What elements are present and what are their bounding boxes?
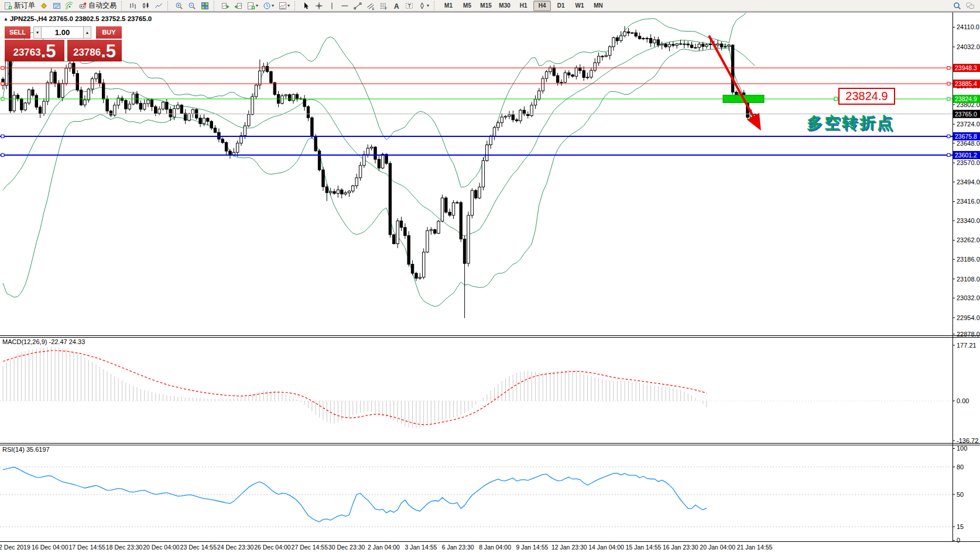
timeframe-m30-button[interactable]: M30 [496,1,513,11]
signals-icon [66,2,74,10]
toolbar-zoom-in-button[interactable] [173,1,185,11]
toolbar-quotes-button[interactable] [38,1,50,11]
timeframe-w1-button[interactable]: W1 [571,1,588,11]
svg-text:6 Jan 23:30: 6 Jan 23:30 [442,544,474,551]
chart-shift-icon [221,2,229,10]
line-icon [155,2,163,10]
svg-text:23724.0: 23724.0 [957,121,980,128]
svg-text:3 Jan 14:55: 3 Jan 14:55 [405,544,437,551]
toolbar-channel-button[interactable]: E [365,1,376,11]
buy-button[interactable]: BUY [96,26,122,39]
svg-text:23885.4: 23885.4 [955,80,977,87]
search-icon [953,2,961,10]
text-icon: A [392,2,400,10]
buy-price-fraction: .5 [101,42,116,60]
svg-text:-136.72: -136.72 [957,437,978,444]
toolbar-chart-shift-button[interactable] [220,1,231,11]
timeframe-mn-button[interactable]: MN [590,1,607,11]
svg-text:0.00: 0.00 [957,397,969,404]
toolbar-tile-windows-button[interactable] [199,1,211,11]
svg-text:22878.0: 22878.0 [957,331,980,338]
sell-price-main: 23763 [13,45,40,60]
volume-decrease-button[interactable]: ▼ [33,26,42,39]
toolbar-market-watch-button[interactable] [51,1,63,11]
toolbar-vline-button[interactable] [326,1,338,11]
toolbar-template-button[interactable]: ▾ [277,1,292,11]
toolbar-chart-autoscroll-button[interactable] [232,1,244,11]
volume-increase-button[interactable]: ▲ [83,26,91,39]
toolbar-new-order-label: 新订单 [14,1,35,11]
toolbar-cursor-button[interactable] [300,1,312,11]
timeframe-d1-button[interactable]: D1 [552,1,570,11]
svg-text:23 Dec 14:55: 23 Dec 14:55 [180,544,217,551]
toolbar-shapes-button[interactable]: ▾ [416,1,431,11]
sell-price-fraction: .5 [41,42,56,60]
toolbar-text-button[interactable]: A [390,1,402,11]
macd-panel [0,347,952,428]
svg-text:17 Dec 14:55: 17 Dec 14:55 [68,544,105,551]
timeframe-h1-button[interactable]: H1 [515,1,532,11]
toolbar-search-button[interactable] [951,1,963,11]
toolbar-fibonacci-button[interactable]: F [378,1,389,11]
buy-price-main: 23786 [73,45,101,60]
svg-text:26 Dec 04:00: 26 Dec 04:00 [254,544,291,551]
time-axis[interactable]: 12 Dec 201916 Dec 04:0017 Dec 14:5518 De… [0,544,773,551]
new-order-icon [4,2,12,10]
bars-icon [129,2,137,10]
toolbar-zoom-out-button[interactable] [186,1,198,11]
svg-text:24 Dec 23:30: 24 Dec 23:30 [217,544,254,551]
auto-trading-icon [78,2,87,10]
chevron-down-icon: ▾ [272,3,274,8]
vline-icon [328,2,336,10]
quotes-icon [40,2,48,10]
channel-icon: E [366,2,375,10]
toolbar-auto-trading-button[interactable]: 自动交易 [77,1,118,11]
toolbar-trendline-button[interactable] [352,1,364,11]
timeframe-m1-button[interactable]: M1 [440,1,457,11]
svg-text:12 Jan 23:30: 12 Jan 23:30 [551,544,587,551]
toolbar-profiles-button[interactable]: ▾ [261,1,276,11]
macd-indicator-label: MACD(12,26,9) -22.47 24.33 [2,338,85,345]
toolbar-bars-button[interactable] [127,1,139,11]
chart-collapse-icon[interactable]: ▲ [4,16,8,22]
svg-text:23262.0: 23262.0 [957,236,980,243]
svg-text:14 Jan 04:00: 14 Jan 04:00 [588,544,624,551]
mt4-trading-app: 新订单自动交易▾▾▾EFAT▾M1M5M15M30H1H4D1W1MN 2411… [0,0,980,553]
sell-button[interactable]: SELL [5,26,30,39]
svg-text:E: E [372,6,375,10]
toolbar-separator [294,1,297,11]
toolbar-new-chart-button[interactable]: ▾ [245,1,260,11]
toolbar-chat-button[interactable] [964,1,976,11]
shapes-icon [418,2,426,10]
toolbar-candles-button[interactable] [140,1,152,11]
timeframe-m5-button[interactable]: M5 [458,1,476,11]
toolbar-text-label-button[interactable]: T [403,1,415,11]
price-callout-label[interactable]: 23824.9 [838,88,895,105]
sell-price-display[interactable]: 23763.5 [5,40,64,61]
fibonacci-icon: F [379,2,388,10]
toolbar-new-order-button[interactable]: 新订单 [2,1,37,11]
panel-borders [0,12,980,542]
candlestick-series [2,26,756,318]
svg-text:0: 0 [957,537,960,544]
toolbar-separator [214,1,217,11]
chevron-down-icon: ▾ [256,3,258,8]
timeframe-m15-button[interactable]: M15 [477,1,495,11]
toolbar-line-button[interactable] [153,1,165,11]
svg-text:23601.2: 23601.2 [955,152,977,159]
svg-text:23765.0: 23765.0 [955,111,977,118]
svg-text:20 Dec 04:00: 20 Dec 04:00 [143,544,180,551]
one-click-trade-panel: SELL ▼ 1.00 ▲ BUY 23763.5 23786.5 [5,26,122,61]
toolbar-signals-button[interactable] [64,1,76,11]
svg-text:23570.0: 23570.0 [957,159,980,166]
volume-input[interactable]: 1.00 [42,26,83,39]
timeframe-h4-button[interactable]: H4 [533,1,551,11]
toolbar-hline-button[interactable] [339,1,351,11]
chevron-down-icon: ▾ [427,3,429,8]
hline-icon [341,2,349,10]
buy-price-display[interactable]: 23786.5 [67,40,122,61]
profiles-icon [263,2,271,10]
chat-icon [966,2,974,10]
toolbar-crosshair-button[interactable] [313,1,325,11]
annotation-text[interactable]: 多空转折点 [807,112,895,133]
